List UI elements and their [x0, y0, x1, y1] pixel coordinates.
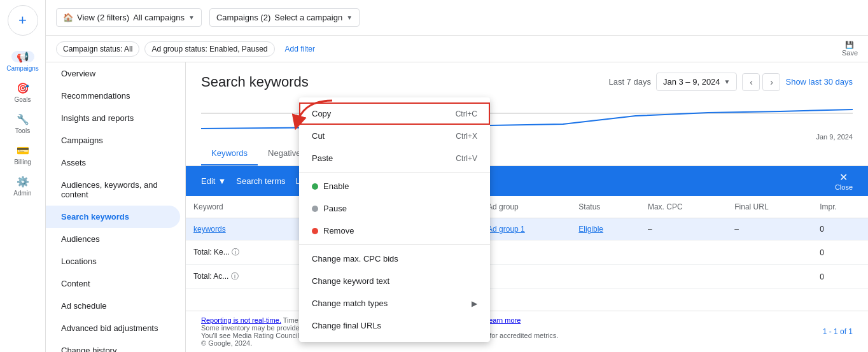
- select-campaign-label: Select a campaign: [274, 13, 342, 22]
- tab-keywords[interactable]: Keywords: [201, 142, 258, 165]
- edit-label: Edit: [201, 176, 215, 186]
- cell-ad-group[interactable]: Ad group 1: [480, 218, 571, 241]
- content-area: Search keywords Last 7 days Jan 3 – 9, 2…: [186, 62, 868, 352]
- copy-label: Copy: [312, 109, 331, 118]
- table-footer: Reporting is not real-time. Time zone fo…: [186, 311, 868, 352]
- search-terms-button[interactable]: Search terms: [236, 176, 285, 186]
- cell-max-cpc: –: [640, 218, 727, 241]
- nav-search-keywords[interactable]: Search keywords: [46, 206, 180, 228]
- next-arrow-button[interactable]: ›: [762, 73, 780, 91]
- adgroup-status-chip[interactable]: Ad group status: Enabled, Paused: [144, 41, 274, 57]
- menu-item-change-cpc[interactable]: Change max. CPC bids: [299, 248, 490, 270]
- nav-audiences[interactable]: Audiences: [46, 228, 185, 250]
- menu-item-change-match[interactable]: Change match types ▶: [299, 292, 490, 314]
- status-eligible[interactable]: Eligible: [578, 225, 603, 234]
- campaign-select-button[interactable]: Campaigns (2) Select a campaign ▼: [209, 8, 360, 27]
- sidebar: + 📢 Campaigns 🎯 Goals 🔧 Tools 💳 Billing …: [0, 0, 46, 352]
- nav-campaigns[interactable]: Campaigns: [46, 129, 185, 151]
- nav-ad-schedule[interactable]: Ad schedule: [46, 295, 185, 317]
- cut-label: Cut: [312, 131, 325, 141]
- menu-item-remove[interactable]: Remove: [299, 220, 490, 242]
- page-header: Search keywords Last 7 days Jan 3 – 9, 2…: [186, 62, 868, 91]
- nav-overview[interactable]: Overview: [46, 62, 185, 85]
- menu-item-change-urls[interactable]: Change final URLs: [299, 314, 490, 337]
- menu-item-change-keyword[interactable]: Change keyword text: [299, 270, 490, 292]
- nav-audiences-keywords[interactable]: Audiences, keywords, and content: [46, 174, 185, 206]
- sidebar-item-goals[interactable]: 🎯 Goals: [0, 77, 45, 108]
- sidebar-item-campaigns[interactable]: 📢 Campaigns: [0, 46, 45, 77]
- sidebar-item-tools[interactable]: 🔧 Tools: [0, 108, 45, 139]
- save-icon: 💾: [845, 41, 854, 49]
- change-match-label: Change match types: [312, 299, 388, 308]
- keywords-table: Keyword Match type Campaign Ad group Sta…: [186, 196, 868, 289]
- sidebar-label-billing: Billing: [14, 158, 31, 165]
- col-ad-group: Ad group: [480, 196, 571, 218]
- nav-content[interactable]: Content: [46, 272, 185, 295]
- last-days-label: Last 7 days: [608, 77, 651, 87]
- paste-shortcut: Ctrl+V: [456, 154, 477, 163]
- change-keyword-label: Change keyword text: [312, 276, 389, 286]
- table-row: Total: Ke... ⓘ 0: [186, 241, 868, 265]
- menu-item-cut[interactable]: Cut Ctrl+X: [299, 125, 490, 147]
- adgroup-link[interactable]: Ad group 1: [487, 225, 525, 234]
- info-icon2[interactable]: ⓘ: [231, 272, 239, 281]
- sidebar-label-campaigns: Campaigns: [6, 65, 39, 72]
- close-toolbar-button[interactable]: ✕ Close: [835, 171, 853, 191]
- campaign-status-chip[interactable]: Campaign status: All: [56, 41, 139, 57]
- menu-item-paste[interactable]: Paste Ctrl+V: [299, 147, 490, 169]
- save-button[interactable]: 💾 Save: [842, 41, 858, 57]
- learn-more-link[interactable]: Learn more: [485, 316, 521, 324]
- sidebar-item-billing[interactable]: 💳 Billing: [0, 139, 45, 171]
- table-container: Keyword Match type Campaign Ad group Sta…: [186, 196, 868, 311]
- add-filter-button[interactable]: Add filter: [280, 42, 320, 56]
- nav-recommendations[interactable]: Recommendations: [46, 85, 185, 107]
- nav-change-history[interactable]: Change history: [46, 339, 185, 352]
- pause-label: Pause: [323, 204, 347, 213]
- sidebar-label-goals: Goals: [14, 96, 31, 103]
- menu-item-pause[interactable]: Pause: [299, 197, 490, 220]
- create-button[interactable]: +: [8, 5, 38, 36]
- change-cpc-label: Change max. CPC bids: [312, 254, 398, 264]
- context-menu: Copy Ctrl+C Cut Ctrl+X Paste Ctrl+V Enab…: [299, 97, 490, 342]
- date-range-label: Jan 3 – 9, 2024: [663, 77, 720, 87]
- table-toolbar: Edit ▼ Search terms Label ▼ Auction insi…: [186, 166, 868, 196]
- sidebar-label-admin: Admin: [13, 190, 31, 197]
- nav-arrows: ‹ ›: [742, 73, 780, 91]
- copyright-text: © Google, 2024.: [201, 339, 252, 347]
- cell-keyword[interactable]: keywords: [186, 218, 291, 241]
- nav-insights[interactable]: Insights and reports: [46, 107, 185, 129]
- date-range-button[interactable]: Jan 3 – 9, 2024 ▼: [656, 73, 738, 91]
- keyword-link[interactable]: keywords: [193, 225, 226, 234]
- left-nav: Overview Recommendations Insights and re…: [46, 62, 186, 352]
- chart-date-label: Jan 9, 2024: [816, 133, 853, 141]
- nav-assets[interactable]: Assets: [46, 151, 185, 174]
- view-filter-chip-label: All campaigns: [133, 13, 185, 22]
- sidebar-label-tools: Tools: [15, 127, 30, 134]
- reporting-link[interactable]: Reporting is not real-time.: [201, 316, 281, 324]
- nav-locations[interactable]: Locations: [46, 250, 185, 272]
- menu-divider-2: [299, 244, 490, 245]
- sidebar-item-admin[interactable]: ⚙️ Admin: [0, 171, 45, 202]
- edit-chevron-icon: ▼: [218, 176, 226, 186]
- col-max-cpc: Max. CPC: [640, 196, 727, 218]
- menu-divider-1: [299, 172, 490, 172]
- prev-arrow-button[interactable]: ‹: [742, 73, 760, 91]
- menu-item-copy[interactable]: Copy Ctrl+C: [299, 102, 490, 125]
- enable-dot-icon: [312, 183, 318, 190]
- cell-impr-total2: 0: [812, 265, 868, 289]
- edit-button[interactable]: Edit ▼: [201, 176, 226, 186]
- view-filter-label: View (2 filters): [77, 13, 129, 22]
- enable-label: Enable: [323, 181, 349, 191]
- show-last-30-button[interactable]: Show last 30 days: [785, 77, 853, 87]
- pagination-label: 1 - 1 of 1: [823, 327, 853, 336]
- menu-item-enable[interactable]: Enable: [299, 175, 490, 197]
- nav-advanced-bid[interactable]: Advanced bid adjustments: [46, 317, 185, 339]
- cell-status[interactable]: Eligible: [571, 218, 640, 241]
- col-status: Status: [571, 196, 640, 218]
- remove-dot-icon: [312, 228, 318, 234]
- paste-label: Paste: [312, 153, 333, 163]
- view-filter-button[interactable]: 🏠 View (2 filters) All campaigns ▼: [56, 8, 202, 27]
- info-icon[interactable]: ⓘ: [232, 248, 239, 257]
- date-chevron-icon: ▼: [724, 78, 731, 85]
- campaigns-chevron-icon: ▼: [346, 14, 353, 21]
